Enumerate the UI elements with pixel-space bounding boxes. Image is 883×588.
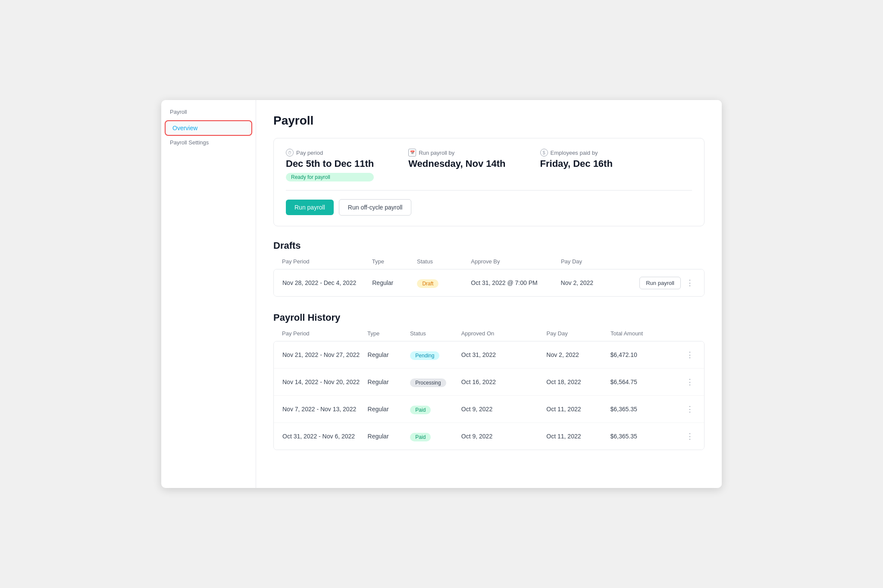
history-type-2: Regular (368, 378, 410, 385)
history-total-4: $6,365.35 (610, 433, 674, 440)
history-section: Payroll History Pay Period Type Status A… (273, 312, 705, 450)
draft-approve-by: Oct 31, 2022 @ 7:00 PM (471, 279, 560, 286)
pay-period-info: ⏱ Pay period Dec 5th to Dec 11th Ready f… (286, 149, 692, 191)
drafts-section: Drafts Pay Period Type Status Approve By… (273, 240, 705, 297)
history-total-3: $6,365.35 (610, 406, 674, 413)
history-approved-on-1: Oct 31, 2022 (461, 351, 547, 358)
history-total-2: $6,564.75 (610, 378, 674, 385)
pay-period-label: ⏱ Pay period (286, 149, 374, 156)
history-type-3: Regular (368, 406, 410, 413)
history-pay-period-4: Oct 31, 2022 - Nov 6, 2022 (282, 433, 368, 440)
history-approved-on-4: Oct 9, 2022 (461, 433, 547, 440)
employees-paid-block: $ Employees paid by Friday, Dec 16th (540, 149, 613, 181)
history-more-options-4-button[interactable]: ⋮ (674, 430, 695, 443)
sidebar: Payroll Overview Payroll Settings (161, 100, 256, 488)
history-total-1: $6,472.10 (610, 351, 674, 358)
draft-more-options-button[interactable]: ⋮ (684, 276, 695, 289)
employees-paid-value: Friday, Dec 16th (540, 158, 613, 169)
calendar-icon: 📅 (408, 149, 416, 156)
history-more-options-1-button[interactable]: ⋮ (674, 348, 695, 361)
table-row: Nov 14, 2022 - Nov 20, 2022 Regular Proc… (274, 369, 704, 396)
sidebar-item-overview[interactable]: Overview (165, 120, 252, 136)
pay-period-card: ⏱ Pay period Dec 5th to Dec 11th Ready f… (273, 138, 705, 226)
run-off-cycle-button[interactable]: Run off-cycle payroll (339, 199, 412, 216)
drafts-title: Drafts (273, 240, 705, 251)
draft-actions: Run payroll ⋮ (628, 276, 695, 289)
run-payroll-by-label: 📅 Run payroll by (408, 149, 505, 156)
action-buttons: Run payroll Run off-cycle payroll (286, 199, 692, 216)
history-approved-on-3: Oct 9, 2022 (461, 406, 547, 413)
history-approved-on-2: Oct 16, 2022 (461, 378, 547, 385)
run-payroll-by-block: 📅 Run payroll by Wednesday, Nov 14th (408, 149, 505, 181)
history-pay-period-2: Nov 14, 2022 - Nov 20, 2022 (282, 378, 368, 385)
history-table-header: Pay Period Type Status Approved On Pay D… (273, 330, 705, 341)
dollar-icon: $ (540, 149, 548, 156)
history-type-4: Regular (368, 433, 410, 440)
table-row: Oct 31, 2022 - Nov 6, 2022 Regular Paid … (274, 423, 704, 450)
history-pay-period-1: Nov 21, 2022 - Nov 27, 2022 (282, 351, 368, 358)
drafts-table-header: Pay Period Type Status Approve By Pay Da… (273, 258, 705, 269)
history-pay-day-1: Nov 2, 2022 (546, 351, 610, 358)
draft-type: Regular (372, 279, 417, 286)
history-status-3: Paid (410, 404, 461, 414)
page-title: Payroll (273, 114, 705, 128)
pay-period-block: ⏱ Pay period Dec 5th to Dec 11th Ready f… (286, 149, 374, 181)
run-payroll-by-value: Wednesday, Nov 14th (408, 158, 505, 169)
history-table-body: Nov 21, 2022 - Nov 27, 2022 Regular Pend… (273, 341, 705, 450)
clock-icon: ⏱ (286, 149, 294, 156)
draft-run-payroll-button[interactable]: Run payroll (639, 277, 681, 289)
table-row: Nov 21, 2022 - Nov 27, 2022 Regular Pend… (274, 341, 704, 369)
history-status-2: Processing (410, 377, 461, 387)
history-pay-day-3: Oct 11, 2022 (546, 406, 610, 413)
history-type-1: Regular (368, 351, 410, 358)
pay-period-value: Dec 5th to Dec 11th (286, 158, 374, 169)
drafts-table-body: Nov 28, 2022 - Dec 4, 2022 Regular Draft… (273, 269, 705, 297)
employees-paid-label: $ Employees paid by (540, 149, 613, 156)
history-pay-period-3: Nov 7, 2022 - Nov 13, 2022 (282, 406, 368, 413)
history-pay-day-2: Oct 18, 2022 (546, 378, 610, 385)
draft-pay-period: Nov 28, 2022 - Dec 4, 2022 (282, 279, 372, 286)
draft-pay-day: Nov 2, 2022 (561, 279, 628, 286)
run-payroll-button[interactable]: Run payroll (286, 200, 334, 215)
history-status-1: Pending (410, 350, 461, 360)
sidebar-title: Payroll (161, 109, 256, 120)
sidebar-item-settings[interactable]: Payroll Settings (161, 136, 256, 149)
history-more-options-3-button[interactable]: ⋮ (674, 403, 695, 416)
table-row: Nov 7, 2022 - Nov 13, 2022 Regular Paid … (274, 396, 704, 423)
table-row: Nov 28, 2022 - Dec 4, 2022 Regular Draft… (274, 269, 704, 296)
history-pay-day-4: Oct 11, 2022 (546, 433, 610, 440)
history-status-4: Paid (410, 431, 461, 441)
history-more-options-2-button[interactable]: ⋮ (674, 375, 695, 388)
main-content: Payroll ⏱ Pay period Dec 5th to Dec 11th… (256, 100, 722, 488)
history-title: Payroll History (273, 312, 705, 323)
app-window: Payroll Overview Payroll Settings Payrol… (161, 100, 722, 488)
ready-badge: Ready for payroll (286, 173, 374, 181)
draft-status: Draft (417, 278, 471, 288)
